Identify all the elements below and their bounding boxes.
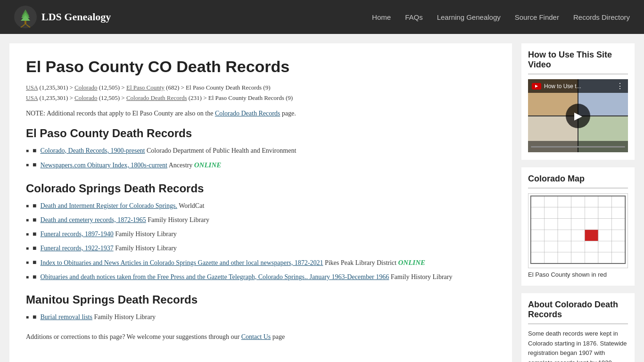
svg-rect-41	[531, 252, 545, 263]
svg-rect-46	[598, 252, 612, 263]
note-text: NOTE: Additional records that apply to E…	[26, 110, 495, 117]
breadcrumb-usa-2[interactable]: USA	[26, 94, 38, 101]
list-item: ■ Index to Obituaries and News Articles …	[26, 257, 495, 268]
record-link-newspapers-obituary[interactable]: Newspapers.com Obituary Index, 1800s-cur…	[41, 162, 167, 169]
svg-rect-27	[531, 230, 545, 241]
breadcrumb-elpaso[interactable]: El Paso County	[126, 84, 165, 91]
svg-rect-18	[598, 207, 612, 219]
map-section: Colorado Map	[521, 167, 635, 286]
section3-heading: Manitou Springs Death Records	[26, 293, 495, 306]
site-header: LDS Genealogy Home FAQs Learning Genealo…	[0, 0, 644, 34]
svg-rect-31	[585, 230, 598, 241]
record-link-obituary-index[interactable]: Index to Obituaries and News Articles in…	[41, 259, 323, 266]
record-link-interment-register[interactable]: Death and Interment Register for Colorad…	[41, 202, 177, 209]
svg-rect-33	[612, 230, 626, 241]
breadcrumb-usa-1[interactable]: USA	[26, 84, 38, 91]
svg-rect-7	[544, 196, 558, 207]
about-section: About Colorado Death Records Some death …	[521, 293, 635, 362]
record-link-colorado-death-1900[interactable]: Colorado, Death Records, 1900-present	[41, 147, 145, 154]
section1-heading: El Paso County Death Records	[26, 127, 495, 140]
svg-rect-28	[544, 230, 558, 241]
svg-rect-19	[612, 207, 626, 219]
about-section-title: About Colorado Death Records	[528, 300, 628, 324]
svg-rect-20	[531, 218, 545, 230]
svg-rect-26	[612, 218, 626, 230]
list-item: ■ Newspapers.com Obituary Index, 1800s-c…	[26, 160, 495, 171]
list-item: ■ Obituaries and death notices taken fro…	[26, 272, 495, 282]
section2-heading: Colorado Springs Death Records	[26, 182, 495, 195]
svg-rect-10	[585, 196, 598, 207]
svg-rect-37	[571, 241, 585, 252]
nav-source-finder[interactable]: Source Finder	[515, 13, 559, 21]
sidebar: How to Use This Site Video How to Use t.…	[512, 43, 635, 362]
svg-rect-36	[558, 241, 571, 252]
footer-note: Additions or corrections to this page? W…	[26, 333, 495, 341]
svg-rect-40	[612, 241, 626, 252]
progress-bar	[531, 146, 625, 148]
video-section-title: How to Use This Site Video	[528, 50, 628, 74]
svg-rect-21	[544, 218, 558, 230]
list-item: ■ Death and cemetery records, 1872-1965 …	[26, 215, 495, 225]
breadcrumb-colorado-1[interactable]: Colorado	[74, 84, 97, 91]
svg-rect-15	[558, 207, 571, 219]
svg-rect-13	[531, 207, 545, 219]
record-link-funeral-1897[interactable]: Funeral records, 1897-1940	[41, 230, 114, 238]
colorado-death-records-link[interactable]: Colorado Death Records	[215, 110, 280, 117]
list-item: ■ Funeral records, 1922-1937 Family Hist…	[26, 243, 495, 253]
video-menu-dots[interactable]: ⋮	[616, 82, 624, 90]
breadcrumb-colorado-2[interactable]: Colorado	[74, 94, 97, 101]
map-svg	[528, 194, 627, 266]
svg-rect-43	[558, 252, 571, 263]
breadcrumb-row-1: USA (1,235,301) > Colorado (12,505) > El…	[26, 82, 495, 93]
list-item: ■ Colorado, Death Records, 1900-present …	[26, 146, 495, 156]
svg-rect-47	[612, 252, 626, 263]
nav-home[interactable]: Home	[372, 13, 391, 21]
svg-rect-8	[558, 196, 571, 207]
logo-icon	[14, 6, 37, 28]
record-link-funeral-1922[interactable]: Funeral records, 1922-1937	[41, 245, 114, 252]
online-badge: ONLINE	[194, 161, 222, 169]
nav-records-directory[interactable]: Records Directory	[573, 13, 630, 21]
page-wrapper: El Paso County CO Death Records USA (1,2…	[0, 34, 644, 362]
main-content: El Paso County CO Death Records USA (1,2…	[9, 43, 512, 362]
breadcrumb-colorado-death[interactable]: Colorado Death Records	[126, 94, 187, 101]
svg-rect-12	[612, 196, 626, 207]
nav-learning-genealogy[interactable]: Learning Genealogy	[437, 13, 501, 21]
contact-us-link[interactable]: Contact Us	[241, 333, 271, 340]
record-link-burial-removal[interactable]: Burial removal lists	[41, 313, 92, 321]
svg-rect-29	[558, 230, 571, 241]
page-title: El Paso County CO Death Records	[26, 58, 495, 76]
svg-rect-25	[598, 218, 612, 230]
video-thumbnail[interactable]: How to Use t... ⋮ ▶	[528, 79, 628, 152]
video-title-bar: How to Use t... ⋮	[528, 79, 628, 93]
play-button[interactable]: ▶	[566, 104, 590, 128]
svg-rect-35	[544, 241, 558, 252]
online-badge: ONLINE	[398, 259, 425, 266]
breadcrumbs: USA (1,235,301) > Colorado (12,505) > El…	[26, 82, 495, 103]
record-link-death-cemetery-1872[interactable]: Death and cemetery records, 1872-1965	[41, 216, 146, 223]
svg-rect-14	[544, 207, 558, 219]
youtube-icon	[532, 83, 541, 90]
map-section-title: Colorado Map	[528, 174, 628, 189]
nav-faqs[interactable]: FAQs	[405, 13, 423, 21]
svg-rect-24	[585, 218, 598, 230]
svg-rect-16	[571, 207, 585, 219]
record-link-free-press[interactable]: Obituaries and death notices taken from …	[41, 273, 389, 280]
map-caption: El Paso County shown in red	[528, 271, 628, 278]
svg-rect-6	[531, 196, 545, 207]
svg-rect-42	[544, 252, 558, 263]
svg-rect-44	[571, 252, 585, 263]
video-title-text: How to Use t...	[544, 83, 581, 90]
svg-rect-9	[571, 196, 585, 207]
svg-rect-30	[571, 230, 585, 241]
section2-list: ■ Death and Interment Register for Color…	[26, 201, 495, 282]
logo[interactable]: LDS Genealogy	[14, 6, 111, 28]
svg-rect-17	[585, 207, 598, 219]
logo-text: LDS Genealogy	[41, 11, 111, 23]
svg-rect-11	[598, 196, 612, 207]
video-controls	[528, 141, 628, 152]
list-item: ■ Funeral records, 1897-1940 Family Hist…	[26, 229, 495, 239]
video-section: How to Use This Site Video How to Use t.…	[521, 43, 635, 160]
main-nav: Home FAQs Learning Genealogy Source Find…	[372, 13, 630, 21]
svg-rect-45	[585, 252, 598, 263]
